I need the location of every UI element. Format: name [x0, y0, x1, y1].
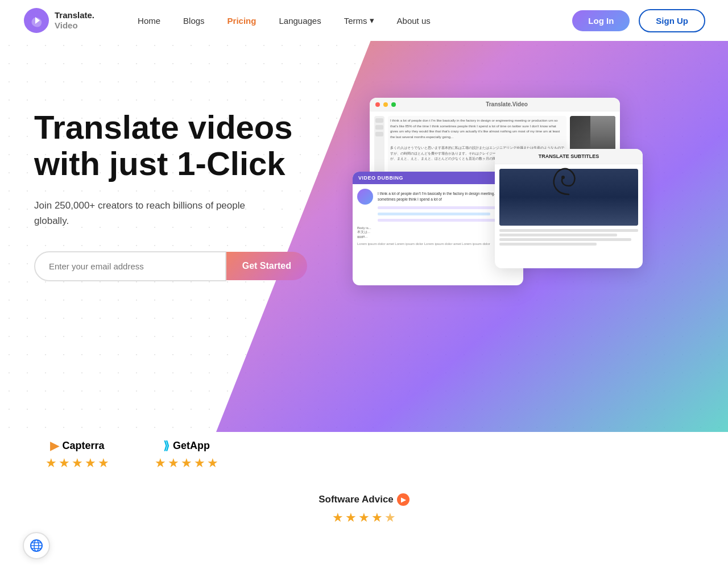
toolbar-icon [375, 132, 383, 136]
nav-item-terms[interactable]: Terms ▾ [335, 11, 383, 30]
logo[interactable]: Translate. Video [23, 7, 94, 34]
capterra-stars: ★ ★ ★ ★ ★ [46, 456, 109, 471]
window-close-dot [375, 102, 380, 107]
star-5: ★ [207, 456, 218, 471]
star-1: ★ [46, 456, 57, 471]
getapp-icon: ⟫ [163, 439, 169, 452]
software-advice-logo: Software Advice ▶ [318, 493, 410, 506]
navbar: Translate. Video Home Blogs Pricing Lang… [0, 0, 728, 41]
email-input[interactable] [34, 251, 226, 281]
nav-links: Home Blogs Pricing Languages Terms ▾ Abo… [129, 11, 572, 30]
nav-actions: Log In Sign Up [572, 9, 705, 32]
star-4: ★ [371, 510, 383, 525]
hero-section: Translate videos with just 1-Click Join … [0, 41, 728, 427]
subtitle-line [499, 238, 631, 241]
getapp-label: GetApp [173, 440, 210, 452]
capterra-icon: ▶ [50, 439, 59, 452]
dubbing-avatar [357, 189, 373, 205]
chevron-down-icon: ▾ [370, 15, 374, 26]
toolbar-icon [375, 125, 383, 130]
star-1: ★ [155, 456, 166, 471]
star-2: ★ [59, 456, 70, 471]
nav-item-pricing[interactable]: Pricing [218, 11, 266, 30]
screenshots-wrapper: Translate.Video I think a lot [353, 98, 648, 314]
star-2: ★ [345, 510, 357, 525]
sa-label: Software Advice [318, 494, 394, 505]
star-2: ★ [168, 456, 179, 471]
login-button[interactable]: Log In [572, 10, 630, 31]
nav-item-about[interactable]: About us [388, 11, 440, 30]
getapp-rating: ⟫ GetApp ★ ★ ★ ★ ★ [155, 439, 218, 471]
ratings-section: ▶ Capterra ★ ★ ★ ★ ★ ⟫ GetApp ★ ★ ★ ★ ★ [0, 427, 728, 493]
star-5-half: ★ [384, 510, 396, 525]
capterra-rating: ▶ Capterra ★ ★ ★ ★ ★ [46, 439, 109, 471]
star-3: ★ [181, 456, 192, 471]
sa-stars: ★ ★ ★ ★ ★ [332, 510, 396, 525]
swirl-decoration [546, 155, 592, 200]
logo-icon [23, 7, 50, 34]
window-minimize-dot [383, 102, 388, 107]
hero-right: Translate.Video I think a lot [307, 86, 694, 314]
logo-name-line1: Translate. [55, 10, 94, 20]
svg-point-2 [561, 176, 565, 179]
getapp-logo: ⟫ GetApp [163, 439, 210, 452]
globe-icon [30, 539, 43, 552]
hero-left: Translate videos with just 1-Click Join … [34, 86, 307, 281]
nav-item-blogs[interactable]: Blogs [174, 11, 214, 30]
dubbing-bar [378, 213, 490, 215]
star-4: ★ [194, 456, 205, 471]
capterra-logo: ▶ Capterra [50, 439, 104, 452]
nav-item-home[interactable]: Home [129, 11, 169, 30]
ss-main-title: Translate.Video [399, 101, 614, 107]
hero-title: Translate videos with just 1-Click [34, 109, 307, 182]
get-started-button[interactable]: Get Started [226, 252, 307, 280]
hero-subtitle: Join 250,000+ creators to reach billions… [34, 198, 273, 228]
star-3: ★ [358, 510, 370, 525]
email-cta-row: Get Started [34, 251, 307, 281]
software-advice-section: Software Advice ▶ ★ ★ ★ ★ ★ [0, 493, 728, 548]
star-1: ★ [332, 510, 344, 525]
toolbar-icon [375, 118, 383, 123]
nav-item-languages[interactable]: Languages [270, 11, 330, 30]
logo-name-line2: Video [55, 20, 94, 31]
getapp-stars: ★ ★ ★ ★ ★ [155, 456, 218, 471]
language-selector-button[interactable] [23, 532, 50, 559]
signup-button[interactable]: Sign Up [639, 9, 705, 32]
window-expand-dot [391, 102, 396, 107]
subtitle-line [499, 243, 597, 246]
star-5: ★ [98, 456, 109, 471]
sa-badge-icon: ▶ [397, 493, 410, 506]
hero-title-line1: Translate videos [34, 109, 293, 146]
star-3: ★ [72, 456, 83, 471]
subtitle-line [499, 234, 617, 236]
subtitles-lines [499, 229, 638, 246]
nav-terms-label: Terms [344, 16, 367, 26]
dubbing-bar [378, 219, 504, 222]
capterra-label: Capterra [62, 440, 104, 452]
ss-main-header: Translate.Video [370, 98, 620, 111]
subtitle-line [499, 229, 638, 232]
hero-title-line2: with just 1-Click [34, 145, 286, 182]
star-4: ★ [85, 456, 96, 471]
